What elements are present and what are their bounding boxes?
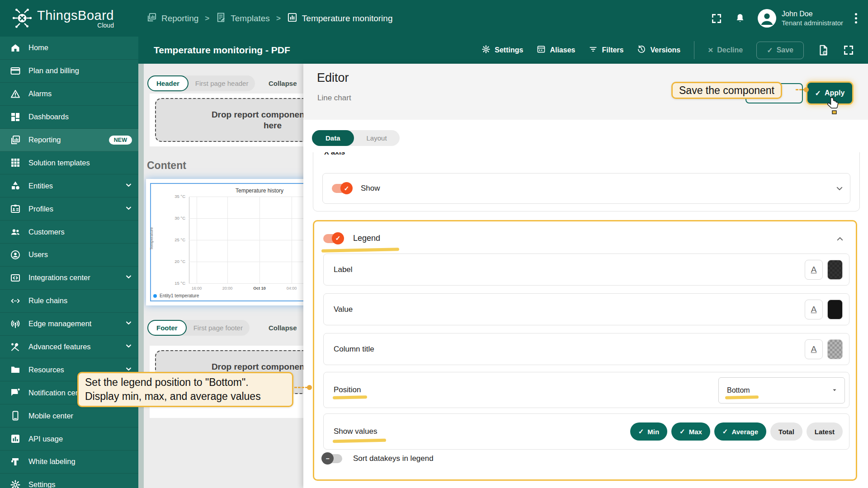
sidebar-item-home[interactable]: Home [0, 37, 138, 60]
font-settings-button[interactable]: A [805, 260, 823, 280]
avatar[interactable] [758, 9, 776, 28]
chip-max[interactable]: ✓Max [671, 422, 710, 441]
sidebar-scrollbar[interactable] [138, 64, 144, 488]
legend-annotation-connector [294, 387, 308, 388]
chip-min[interactable]: ✓Min [630, 422, 667, 441]
header-tab-group: Header First page header [147, 75, 255, 91]
folder-icon [10, 364, 21, 375]
save-button[interactable]: ✓ Save [756, 42, 804, 59]
sidebar-item-white-labeling[interactable]: White labeling [0, 450, 138, 474]
x-axis-show-toggle[interactable]: ✓ [332, 184, 351, 193]
settings-button[interactable]: Settings [481, 45, 523, 56]
preview-document-icon[interactable] [817, 44, 829, 56]
position-select[interactable]: Bottom [718, 377, 845, 404]
tab-footer[interactable]: Footer [147, 320, 187, 336]
template-title: Temperature monitoring - PDF [154, 45, 290, 56]
y-tick-label: 30 °C [152, 216, 185, 221]
decline-button[interactable]: × Decline [708, 45, 743, 55]
color-swatch[interactable] [827, 260, 843, 280]
editor-title: Editor [317, 71, 349, 85]
gridline [189, 262, 303, 262]
sidebar-item-users[interactable]: Users [0, 244, 138, 267]
legend-toggle[interactable]: ✓ [323, 234, 342, 243]
top-bar: ThingsBoard Cloud Reporting>Templates>Te… [0, 0, 868, 37]
sidebar-item-dashboards[interactable]: Dashboards [0, 106, 138, 129]
sidebar-item-advanced-features[interactable]: Advanced features [0, 336, 138, 359]
sidebar-item-settings[interactable]: Settings [0, 474, 138, 488]
versions-button[interactable]: Versions [637, 45, 680, 56]
breadcrumb-separator: > [205, 14, 209, 23]
reporting-icon [10, 135, 21, 145]
thingsboard-bug-icon [12, 8, 33, 29]
legend-annotation-tooltip: Set the legend position to "Bottom". Dis… [77, 372, 293, 407]
fullscreen-icon[interactable] [711, 13, 722, 24]
tab-layout[interactable]: Layout [354, 130, 400, 146]
tab-header[interactable]: Header [147, 75, 189, 91]
font-settings-button[interactable]: A [805, 300, 823, 319]
legend-section: ✓ Legend Label A Value A Column title A [313, 220, 857, 481]
sidebar-item-alarms[interactable]: Alarms [0, 83, 138, 106]
filters-button[interactable]: Filters [589, 45, 623, 56]
tab-data[interactable]: Data [312, 130, 354, 146]
x-axis-show-label: Show [361, 184, 380, 193]
aliases-button[interactable]: Aliases [537, 45, 575, 56]
collapse-header-button[interactable]: Collapse [269, 80, 297, 87]
row-label: Value [334, 305, 353, 314]
sidebar-item-entities[interactable]: Entities [0, 174, 138, 197]
sidebar-item-solution-templates[interactable]: Solution templates [0, 151, 138, 174]
sidebar-item-integrations-center[interactable]: Integrations center [0, 267, 138, 290]
versions-icon [637, 45, 646, 56]
collapse-footer-button[interactable]: Collapse [269, 324, 297, 332]
card-icon [10, 66, 21, 76]
user-name: John Doe [782, 9, 843, 19]
y-tick-label: 35 °C [152, 194, 185, 199]
chip-total[interactable]: Total [770, 422, 802, 441]
sidebar-item-customers[interactable]: Customers [0, 221, 138, 244]
chevron-down-icon [125, 182, 132, 190]
thingsboard-logo[interactable]: ThingsBoard Cloud [12, 8, 114, 29]
breadcrumb-separator: > [276, 14, 281, 23]
header-dropzone[interactable]: Drop report components from here [155, 98, 303, 142]
sidebar-item-mobile-center[interactable]: Mobile center [0, 404, 138, 427]
tools-icon [10, 342, 21, 352]
breadcrumb-item-temperature-monitoring[interactable]: Temperature monitoring [287, 12, 393, 25]
chevron-up-icon[interactable] [836, 235, 844, 245]
sort-datakeys-toggle[interactable]: − [323, 454, 342, 463]
notifications-bell-icon[interactable] [734, 13, 746, 24]
sidebar-item-api-usage[interactable]: API usage [0, 427, 138, 450]
breadcrumb-icon [287, 12, 297, 25]
fullscreen-icon[interactable] [843, 44, 854, 56]
chevron-down-icon[interactable] [835, 184, 844, 192]
breadcrumb-icon [216, 12, 226, 25]
sidebar-item-plan-and-billing[interactable]: Plan and billing [0, 60, 138, 83]
editor-header: Editor Line chart ✓ Apply [303, 64, 868, 120]
sidebar-item-rule-chains[interactable]: Rule chains [0, 290, 138, 313]
sidebar-item-reporting[interactable]: ReportingNEW [0, 129, 138, 152]
gridline [189, 240, 303, 240]
warning-icon [10, 89, 21, 99]
check-icon: ✓ [679, 427, 685, 436]
dropzone-text: Drop report components from here [203, 109, 303, 131]
breadcrumb-item-templates[interactable]: Templates [216, 12, 270, 25]
font-settings-button[interactable]: A [805, 339, 823, 359]
close-icon: × [708, 45, 713, 55]
editor-scroll-area[interactable]: X axis ✓ Show ✓ Legend Label A [303, 152, 868, 488]
sidebar-item-edge-management[interactable]: Edge management [0, 313, 138, 336]
sidebar-item-label: Customers [28, 228, 65, 236]
color-swatch[interactable] [827, 300, 843, 319]
check-icon: ✓ [722, 427, 728, 436]
legend-annotation-connector-dot [307, 385, 312, 390]
apiusage-icon [10, 433, 21, 444]
line-chart-component[interactable]: Temperature history Temperature Entity1 … [146, 179, 303, 305]
editor-tab-group: Data Layout [312, 130, 400, 146]
chip-average[interactable]: ✓Average [714, 422, 766, 441]
sidebar-item-label: Dashboards [28, 113, 69, 121]
breadcrumb-item-reporting[interactable]: Reporting [146, 12, 198, 25]
chip-latest[interactable]: Latest [807, 422, 843, 441]
tab-first-page-footer[interactable]: First page footer [187, 321, 250, 335]
tab-first-page-header[interactable]: First page header [189, 76, 255, 90]
kebab-menu-icon[interactable] [855, 11, 857, 25]
color-swatch[interactable] [827, 339, 843, 359]
breadcrumb: Reporting>Templates>Temperature monitori… [146, 12, 393, 25]
sidebar-item-profiles[interactable]: Profiles [0, 197, 138, 221]
